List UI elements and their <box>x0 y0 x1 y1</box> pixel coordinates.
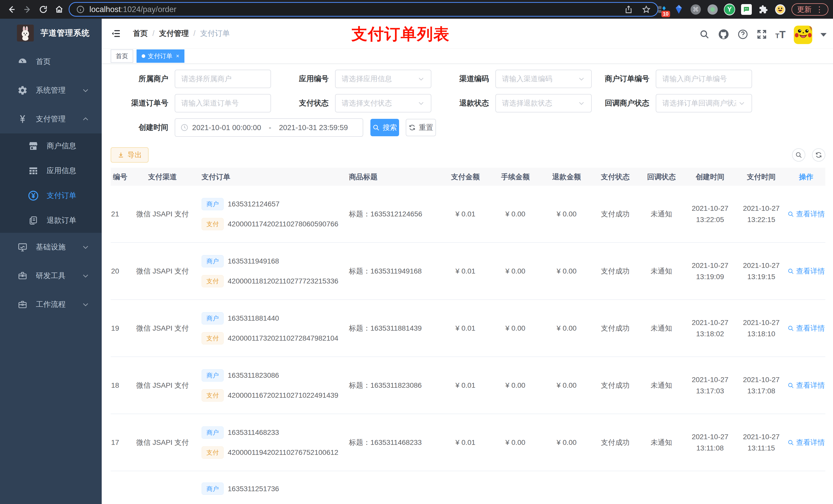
help-icon[interactable] <box>737 29 748 41</box>
sidebar-item-4[interactable]: 应用信息 <box>0 158 102 183</box>
yen-icon <box>17 114 28 124</box>
font-size-icon[interactable]: TT <box>776 29 786 41</box>
fee-amount: ¥ 0.00 <box>490 380 541 391</box>
browser-back-icon[interactable] <box>6 4 18 15</box>
monitor-icon <box>17 242 28 252</box>
url-info-icon[interactable] <box>76 5 85 14</box>
ext-dot-icon[interactable] <box>707 4 718 15</box>
sidebar-item-6[interactable]: 退款订单 <box>0 208 102 233</box>
sidebar-fold-icon[interactable] <box>111 28 121 39</box>
extensions-puzzle-icon[interactable] <box>758 4 769 15</box>
update-button[interactable]: 更新 ⋮ <box>791 3 828 16</box>
chevron-down-icon <box>738 100 745 107</box>
github-icon[interactable] <box>718 29 729 41</box>
ext-gem-icon[interactable] <box>673 4 685 15</box>
sidebar-item-5[interactable]: 支付订单 <box>0 183 102 208</box>
share-icon[interactable] <box>624 5 633 14</box>
ext-y-icon[interactable]: Y <box>724 4 735 15</box>
filter-select-6[interactable]: 请选择退款状态 <box>495 94 592 113</box>
channel-pay-no: 4200001181202110277723215336 <box>228 275 338 287</box>
filter-input-3[interactable]: 请输入商户订单编号 <box>656 70 752 88</box>
created-time: 2021-10-2713:18:02 <box>685 317 736 339</box>
view-detail-link[interactable]: 查看详情 <box>787 380 825 391</box>
sidebar-item-label: 支付订单 <box>47 191 76 201</box>
view-detail-link[interactable]: 查看详情 <box>787 266 825 277</box>
tag-pay-order[interactable]: 支付订单 × <box>137 49 185 63</box>
tag-close-icon[interactable]: × <box>176 53 179 59</box>
filter-input-4[interactable]: 请输入渠道订单号 <box>175 94 271 113</box>
tag-home[interactable]: 首页 <box>111 49 133 63</box>
pay-status: 支付成功 <box>592 266 638 277</box>
header-search-icon[interactable] <box>699 29 710 41</box>
paid-time: 2021-10-2713:22:15 <box>736 203 787 225</box>
refresh-button[interactable] <box>812 148 825 162</box>
app-logo[interactable]: 芋道管理系统 <box>0 19 102 47</box>
sidebar-item-9[interactable]: 工作流程 <box>0 290 102 319</box>
sidebar-item-3[interactable]: 商户信息 <box>0 134 102 158</box>
avatar-dropdown-icon[interactable] <box>820 33 827 37</box>
placeholder-text: 请输入渠道订单号 <box>181 98 264 108</box>
sidebar-item-label: 系统管理 <box>36 85 66 96</box>
reset-button[interactable]: 重置 <box>406 119 436 136</box>
table-row: 21微信 JSAPI 支付商户1635312124657支付4200001174… <box>111 186 825 243</box>
merchant-tag: 商户 <box>201 369 223 382</box>
breadcrumb-home[interactable]: 首页 <box>133 28 148 39</box>
table-header-row: 编号支付渠道支付订单商品标题支付金额手续金额退款金额支付状态回调状态创建时间支付… <box>111 168 825 186</box>
created-time: 2021-10-2713:22:05 <box>685 203 736 225</box>
bookmark-star-icon[interactable] <box>642 5 651 14</box>
filter-select-7[interactable]: 请选择订单回调商户状态 <box>656 94 752 113</box>
pay-channel: 微信 JSAPI 支付 <box>135 266 190 277</box>
ext-command-icon[interactable]: ⌘ <box>690 4 701 15</box>
notify-status: 未通知 <box>638 437 685 448</box>
user-avatar[interactable] <box>794 26 812 44</box>
search-button[interactable]: 搜索 <box>371 119 399 136</box>
pay-tag: 支付 <box>201 447 223 459</box>
view-detail-magnifier-icon <box>787 439 794 446</box>
browser-home-icon[interactable] <box>53 4 65 15</box>
url-text[interactable]: localhost:1024/pay/order <box>89 5 616 14</box>
sidebar-item-0[interactable]: 首页 <box>0 47 102 76</box>
browser-reload-icon[interactable] <box>38 4 49 15</box>
url-bar[interactable]: localhost:1024/pay/order <box>69 2 658 17</box>
product-title: 标题：1635311949168 <box>341 266 441 277</box>
merchant-tag: 商户 <box>201 482 223 495</box>
create-time-range-input[interactable]: 2021-10-01 00:00:00 - 2021-10-31 23:59:5… <box>175 118 363 137</box>
table-row: 18微信 JSAPI 支付商户1635311823086支付4200001167… <box>111 357 825 414</box>
browser-forward-icon[interactable] <box>22 4 33 15</box>
breadcrumb-pay-manage[interactable]: 支付管理 <box>159 28 189 39</box>
date-start[interactable]: 2021-10-01 00:00:00 <box>192 123 261 132</box>
sidebar-item-label: 首页 <box>36 56 51 67</box>
filter-input-0[interactable]: 请选择所属商户 <box>175 70 271 88</box>
filter-select-5[interactable]: 请选择支付状态 <box>335 94 431 113</box>
date-filter-row: 创建时间 2021-10-01 00:00:00 - 2021-10-31 23… <box>111 118 825 137</box>
paid-time: 2021-10-2713:18:10 <box>736 317 787 339</box>
sidebar-item-7[interactable]: 基础设施 <box>0 233 102 262</box>
pay-channel: 微信 JSAPI 支付 <box>135 437 190 448</box>
product-title: 标题：1635311881439 <box>341 323 441 334</box>
view-detail-link[interactable]: 查看详情 <box>787 323 825 334</box>
filter-select-1[interactable]: 请选择应用信息 <box>335 70 431 88</box>
browser-menu-icon[interactable]: ⋮ <box>815 5 823 14</box>
merchant-tag: 商户 <box>201 198 223 210</box>
date-end[interactable]: 2021-10-31 23:59:59 <box>279 123 348 132</box>
ext-chat-icon[interactable] <box>741 4 752 15</box>
view-detail-link[interactable]: 查看详情 <box>787 209 825 219</box>
toggle-search-button[interactable] <box>792 148 805 162</box>
pay-status: 支付成功 <box>592 437 638 448</box>
export-button[interactable]: 导出 <box>111 147 148 163</box>
product-title: 标题：1635311468233 <box>341 437 441 448</box>
sidebar-item-8[interactable]: 研发工具 <box>0 262 102 290</box>
merchant-order-no: 1635311251736 <box>228 483 279 494</box>
sidebar-item-1[interactable]: 系统管理 <box>0 76 102 105</box>
created-time: 2021-10-2713:17:03 <box>685 374 736 397</box>
profile-emoji-icon[interactable] <box>775 4 786 15</box>
payment-submenu: 商户信息应用信息支付订单退款订单 <box>0 134 102 233</box>
ext-sidekick-icon[interactable]: 10 <box>656 4 668 15</box>
notify-status: 未通知 <box>638 266 685 277</box>
view-detail-link[interactable]: 查看详情 <box>787 437 825 448</box>
sidebar-item-2[interactable]: 支付管理 <box>0 105 102 134</box>
created-time: 2021-10-2713:11:08 <box>685 431 736 454</box>
pay-channel: 微信 JSAPI 支付 <box>135 380 190 391</box>
fullscreen-icon[interactable] <box>756 29 767 41</box>
filter-select-2[interactable]: 请输入渠道编码 <box>495 70 592 88</box>
